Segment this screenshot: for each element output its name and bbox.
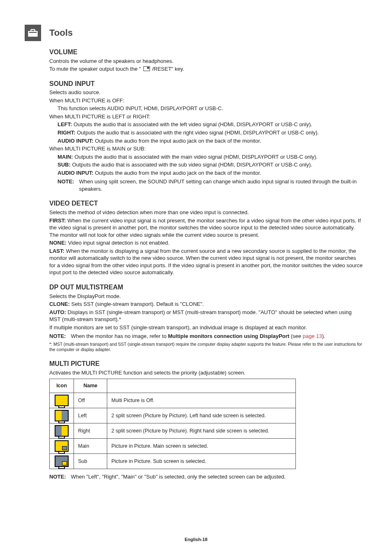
si-main-label: MAIN: — [58, 154, 73, 160]
si-right-label: RIGHT: — [58, 130, 75, 136]
si-audioin-text-1: Outputs the audio from the input audio j… — [93, 138, 261, 144]
mp-note: NOTE: When "Left", "Right", "Main" or "S… — [49, 473, 363, 481]
table-row: Off Multi Picture is Off. — [50, 393, 296, 408]
dp-clone-text: Sets SST (single-stream transport). Defa… — [70, 301, 204, 307]
dp-note-bold: Multiple monitors connection using Displ… — [168, 333, 289, 339]
mp-name-main: Main — [74, 439, 107, 454]
mp-desc-sub: Picture in Picture. Sub screen is select… — [107, 454, 296, 469]
page: Tools VOLUME Controls the volume of the … — [0, 0, 392, 555]
table-row: Main Picture in Picture. Main screen is … — [50, 439, 296, 454]
mp-desc: Activates the MULTI PICTURE function and… — [49, 369, 363, 377]
mp-icon-left — [50, 408, 74, 423]
vd-last-label: LAST: — [49, 248, 65, 254]
vd-first: FIRST: When the current video input sign… — [49, 217, 363, 239]
si-sub: SUB: Outputs the audio that is associate… — [58, 161, 363, 169]
mp-name-left: Left — [74, 408, 107, 423]
si-audioin-text-2: Outputs the audio from the input audio j… — [93, 170, 261, 176]
si-lr-intro: When MULTI PICTURE is LEFT or RIGHT: — [49, 113, 363, 120]
video-detect-heading: VIDEO DETECT — [49, 199, 363, 208]
toolbox-icon — [25, 25, 41, 41]
multi-picture-table: Icon Name Off Multi Picture is Off. Left… — [49, 379, 296, 469]
dp-note-link[interactable]: page 13 — [303, 333, 322, 339]
mp-desc-main: Picture in Picture. Main screen is selec… — [107, 439, 296, 454]
tools-heading: Tools — [49, 27, 73, 39]
dp-auto: AUTO: Displays in SST (single-stream tra… — [49, 309, 363, 323]
dp-auto-text: Displays in SST (single-stream transport… — [49, 309, 352, 323]
si-audioin-label-1: AUDIO INPUT: — [58, 138, 93, 144]
vd-none-text: Video input signal detection is not enab… — [67, 240, 170, 246]
table-row: Sub Picture in Picture. Sub screen is se… — [50, 454, 296, 469]
si-left-text: Outputs the audio that is associated wit… — [72, 121, 312, 127]
si-sub-label: SUB: — [58, 162, 71, 168]
si-audioin-2: AUDIO INPUT: Outputs the audio from the … — [58, 169, 363, 177]
mp-icon-main — [50, 439, 74, 454]
sound-input-heading: SOUND INPUT — [49, 79, 363, 88]
mp-name-sub: Sub — [74, 454, 107, 469]
si-main: MAIN: Outputs the audio that is associat… — [58, 153, 363, 161]
dp-note-b: (see — [289, 333, 303, 339]
mp-name-off: Off — [74, 393, 107, 408]
si-off-text: This function selects AUDIO INPUT, HDMI,… — [58, 105, 363, 112]
mp-icon-off — [50, 393, 74, 408]
si-audioin-label-2: AUDIO INPUT: — [58, 170, 93, 176]
si-sub-text: Outputs the audio that is associated wit… — [71, 162, 312, 168]
table-row: Left 2 split screen (Picture by Picture)… — [50, 408, 296, 423]
si-left: LEFT: Outputs the audio that is associat… — [58, 121, 363, 128]
mp-note-text: When "Left", "Right", "Main" or "Sub" is… — [71, 473, 363, 481]
dp-note-a: When the monitor has no image, refer to — [71, 333, 168, 339]
table-row: Right 2 split screen (Picture by Picture… — [50, 423, 296, 439]
si-note-text: When using split screen, the SOUND INPUT… — [79, 178, 363, 192]
mp-note-label: NOTE: — [49, 473, 66, 481]
si-ms-intro: When MULTI PICTURE is MAIN or SUB: — [49, 145, 363, 153]
si-note: NOTE: When using split screen, the SOUND… — [58, 178, 363, 192]
vd-first-label: FIRST: — [49, 217, 66, 224]
th-desc — [107, 379, 296, 393]
vd-last: LAST: When the monitor is displaying a s… — [49, 247, 363, 276]
th-icon: Icon — [50, 379, 74, 393]
mp-icon-right — [50, 423, 74, 439]
mp-desc-left: 2 split screen (Picture by Picture). Lef… — [107, 408, 296, 423]
table-header-row: Icon Name — [50, 379, 296, 393]
vd-none: NONE: Video input signal detection is no… — [49, 239, 363, 247]
mp-desc-off: Multi Picture is Off. — [107, 393, 296, 408]
dp-note-c: ). — [322, 333, 325, 339]
volume-desc-2: To mute the speaker output touch the " /… — [49, 65, 363, 73]
content: VOLUME Controls the volume of the speake… — [49, 48, 363, 481]
sound-input-desc: Selects audio source. — [49, 89, 363, 96]
mute-key-icon — [143, 66, 150, 71]
dp-footnote: *: MST (multi-stream transport) and SST … — [49, 342, 363, 353]
volume-heading: VOLUME — [49, 48, 363, 57]
dp-clone: CLONE: Sets SST (single-stream transport… — [49, 301, 363, 308]
si-main-text: Outputs the audio that is associated wit… — [73, 154, 318, 160]
vd-last-text: When the monitor is displaying a signal … — [49, 248, 362, 276]
mp-desc-right: 2 split screen (Picture by Picture). Rig… — [107, 423, 296, 439]
vd-first-text: When the current video input signal is n… — [49, 217, 361, 238]
dp-out-heading: DP OUT MULTISTREAM — [49, 283, 363, 292]
volume-mute-text-b: /RESET" key. — [152, 66, 184, 72]
vd-none-label: NONE: — [49, 240, 67, 246]
th-name: Name — [74, 379, 107, 393]
si-off-intro: When MULTI PICTURE is OFF: — [49, 97, 363, 104]
page-number: English-18 — [0, 536, 392, 543]
volume-desc-1: Controls the volume of the speakers or h… — [49, 58, 363, 65]
dp-auto-label: AUTO: — [49, 309, 66, 315]
mp-name-right: Right — [74, 423, 107, 439]
dp-note: NOTE: When the monitor has no image, ref… — [49, 333, 363, 340]
dp-note-label: NOTE: — [49, 333, 66, 340]
si-left-label: LEFT: — [58, 121, 72, 127]
si-right: RIGHT: Outputs the audio that is associa… — [58, 129, 363, 136]
si-audioin-1: AUDIO INPUT: Outputs the audio from the … — [58, 137, 363, 145]
mp-icon-sub — [50, 454, 74, 469]
vd-desc: Selects the method of video detection wh… — [49, 209, 363, 216]
dp-sst: If multiple monitors are set to SST (sin… — [49, 324, 363, 331]
tools-header: Tools — [25, 25, 367, 41]
si-right-text: Outputs the audio that is associated wit… — [75, 130, 318, 136]
dp-clone-label: CLONE: — [49, 301, 70, 307]
volume-mute-text-a: To mute the speaker output touch the " — [49, 66, 141, 72]
dp-note-text: When the monitor has no image, refer to … — [71, 333, 363, 340]
dp-desc: Selects the DisplayPort mode. — [49, 293, 363, 300]
multi-picture-heading: MULTI PICTURE — [49, 359, 363, 368]
si-note-label: NOTE: — [58, 178, 74, 192]
